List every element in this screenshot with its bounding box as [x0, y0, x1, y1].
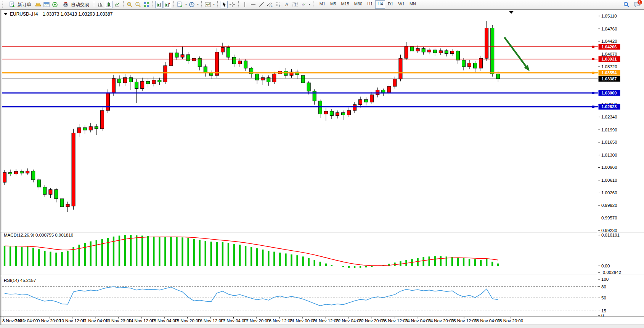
svg-text:11 Nov 04:00: 11 Nov 04:00 — [82, 318, 108, 323]
svg-text:17 Nov 04:00: 17 Nov 04:00 — [220, 318, 246, 323]
arrows-caret-icon[interactable]: ▼ — [308, 3, 311, 6]
svg-text:24 Nov 04:00: 24 Nov 04:00 — [405, 318, 431, 323]
search-icon[interactable] — [623, 1, 630, 8]
data-window-icon[interactable] — [43, 1, 50, 8]
indicators-caret-icon[interactable]: ▼ — [213, 3, 215, 6]
svg-text:15: 15 — [601, 309, 606, 313]
chart-canvas[interactable]: MACD(12,26,9) 0.000755 0.001810RSI(14) 4… — [0, 0, 644, 328]
svg-text:0.00: 0.00 — [601, 264, 610, 268]
svg-text:1.01650: 1.01650 — [601, 140, 617, 144]
timeframe-m15[interactable]: M15 — [339, 0, 351, 9]
svg-text:18 Nov 12:00: 18 Nov 12:00 — [267, 318, 292, 323]
svg-text:28 Nov 20:00: 28 Nov 20:00 — [497, 318, 523, 323]
svg-text:17 Nov 20:00: 17 Nov 20:00 — [244, 318, 270, 323]
notifications-button[interactable]: 1 — [633, 1, 641, 8]
svg-text:1.02623: 1.02623 — [602, 104, 617, 109]
svg-text:0.010191: 0.010191 — [601, 233, 620, 237]
chart-title: EURUSD-,H41.03373 1.03413 1.03293 1.0338… — [4, 11, 113, 17]
clock-icon[interactable] — [188, 1, 196, 8]
new-order-icon — [8, 1, 16, 8]
svg-text:10 Nov 12:00: 10 Nov 12:00 — [59, 318, 85, 323]
timeframe-h4[interactable]: H4 — [375, 0, 385, 9]
svg-text:9 Nov 20:00: 9 Nov 20:00 — [37, 318, 61, 323]
svg-text:21 Nov 00:00: 21 Nov 00:00 — [290, 318, 316, 323]
chart-shift-icon[interactable] — [164, 1, 171, 8]
macd-label: MACD(12,26,9) 0.000755 0.001810 — [4, 233, 73, 237]
rsi-label: RSI(14) 45.2157 — [4, 278, 36, 283]
svg-text:22 Nov 20:00: 22 Nov 20:00 — [359, 318, 385, 323]
svg-text:0.99230: 0.99230 — [601, 228, 617, 233]
svg-text:1.03720: 1.03720 — [601, 64, 617, 69]
svg-text:24 Nov 20:00: 24 Nov 20:00 — [428, 318, 454, 323]
symbol-period-label: EURUSD-,H4 — [10, 11, 38, 17]
svg-text:1.00610: 1.00610 — [601, 178, 617, 182]
fibo-letter: F — [279, 5, 281, 7]
timeframe-h1[interactable]: H1 — [365, 0, 375, 9]
timeframe-d1[interactable]: D1 — [385, 0, 395, 9]
timeframe-mn[interactable]: MN — [407, 0, 418, 9]
indicators-icon[interactable] — [204, 1, 212, 8]
toolbar-separator — [94, 1, 94, 8]
arrows-tool-icon[interactable] — [300, 1, 307, 8]
svg-text:16 Nov 12:00: 16 Nov 12:00 — [198, 318, 223, 323]
new-order-label: 新订单 — [18, 2, 31, 8]
new-chart-icon[interactable] — [176, 1, 184, 8]
timeframe-w1[interactable]: W1 — [396, 0, 407, 9]
toolbar-separator — [123, 1, 124, 8]
svg-text:100: 100 — [601, 277, 609, 282]
bar-chart-mode-icon[interactable] — [96, 1, 104, 8]
toolbar: 新订单 自动交易 — [0, 0, 644, 10]
svg-text:1.03000: 1.03000 — [602, 91, 617, 95]
line-chart-mode-icon[interactable] — [113, 1, 121, 8]
zoom-in-icon[interactable] — [126, 1, 133, 8]
toolbar-separator — [201, 1, 202, 8]
text-label-tool-icon[interactable]: T — [291, 1, 299, 8]
timeframe-m5[interactable]: M5 — [328, 0, 338, 9]
vertical-line-tool-icon[interactable] — [241, 1, 249, 8]
svg-text:1.00260: 1.00260 — [601, 190, 617, 195]
svg-text:0.99920: 0.99920 — [601, 203, 617, 208]
svg-text:21 Nov 12:00: 21 Nov 12:00 — [313, 318, 339, 323]
chart-background — [0, 10, 644, 325]
clock-caret-icon[interactable]: ▼ — [197, 3, 199, 6]
svg-text:14 Nov 12:00: 14 Nov 12:00 — [128, 318, 154, 323]
tile-windows-icon[interactable] — [143, 1, 150, 8]
toolbar-drag-handle — [2, 2, 4, 8]
autotrade-button[interactable]: 自动交易 — [59, 1, 92, 8]
auto-scroll-icon[interactable] — [155, 1, 163, 8]
svg-text:22 Nov 04:00: 22 Nov 04:00 — [336, 318, 362, 323]
candlestick-mode-icon[interactable] — [105, 1, 112, 8]
zoom-out-icon[interactable] — [134, 1, 142, 8]
new-order-button[interactable]: 新订单 — [6, 1, 34, 8]
trendline-tool-icon[interactable] — [258, 1, 265, 8]
text-tool-icon[interactable]: A — [283, 1, 291, 8]
svg-text:1.04420: 1.04420 — [601, 39, 617, 43]
timeframe-m1[interactable]: M1 — [317, 0, 328, 9]
svg-text:25 Nov 12:00: 25 Nov 12:00 — [451, 318, 477, 323]
toolbar-separator — [153, 1, 153, 8]
svg-text:1.03554: 1.03554 — [602, 70, 617, 75]
svg-text:1.01300: 1.01300 — [601, 153, 617, 157]
svg-text:0.99570: 0.99570 — [601, 216, 617, 220]
svg-text:50: 50 — [601, 296, 606, 300]
svg-text:13 Nov 23:00: 13 Nov 23:00 — [105, 318, 131, 323]
crosshair-icon[interactable] — [228, 1, 236, 8]
svg-text:1.04070: 1.04070 — [601, 52, 617, 56]
horizontal-line-tool-icon[interactable] — [249, 1, 257, 8]
navigator-icon[interactable] — [51, 1, 59, 8]
fibonacci-tool-icon[interactable]: F — [275, 1, 282, 8]
svg-text:28 Nov 04:00: 28 Nov 04:00 — [474, 318, 500, 323]
toolbar-right-cluster: 1 — [623, 1, 641, 8]
notification-badge: 1 — [638, 0, 642, 5]
market-watch-icon[interactable] — [34, 1, 42, 8]
svg-text:1.05110: 1.05110 — [601, 14, 617, 18]
timeframe-m30[interactable]: M30 — [352, 0, 365, 9]
timeframe-group: M1M5M15M30H1H4D1W1MN — [317, 0, 418, 9]
svg-text:0: 0 — [601, 313, 604, 318]
label-letter: T — [294, 2, 297, 7]
svg-text:1.04266: 1.04266 — [602, 45, 617, 49]
new-chart-caret-icon[interactable]: ▼ — [185, 3, 187, 6]
cursor-icon[interactable] — [220, 1, 228, 8]
svg-text:-0.002642: -0.002642 — [601, 270, 621, 275]
channel-tool-icon[interactable]: E — [266, 1, 274, 8]
